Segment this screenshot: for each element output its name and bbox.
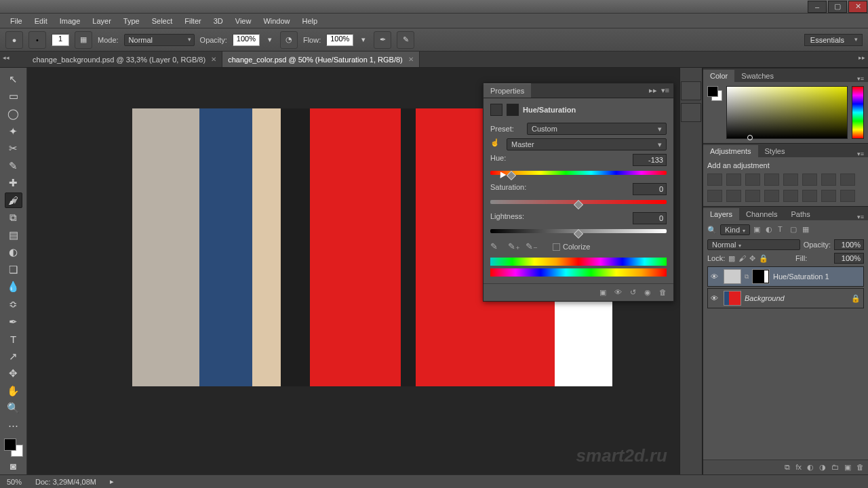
tab-properties[interactable]: Properties <box>484 83 531 98</box>
flow-popup-icon[interactable]: ▾ <box>359 31 368 49</box>
eraser-tool[interactable]: ◐ <box>5 244 22 260</box>
move-tool[interactable]: ↖ <box>5 71 22 87</box>
opacity-popup-icon[interactable]: ▾ <box>265 31 275 49</box>
heal-tool[interactable]: ✚ <box>5 176 22 192</box>
brush-preview-icon[interactable]: • <box>28 31 46 49</box>
close-tab-icon[interactable]: ✕ <box>211 56 216 63</box>
quick-select-tool[interactable]: ✦ <box>5 123 22 140</box>
tab-channels[interactable]: Channels <box>739 208 784 220</box>
fg-swatch[interactable] <box>707 86 718 97</box>
adjustment-thumb[interactable] <box>724 269 741 284</box>
history-brush-tool[interactable]: ▤ <box>5 227 22 243</box>
new-fill-icon[interactable]: ◑ <box>819 463 826 472</box>
menu-3d[interactable]: 3D <box>208 15 229 27</box>
close-tab-icon[interactable]: ✕ <box>408 56 414 63</box>
threshold-icon[interactable] <box>802 190 817 202</box>
curves-icon[interactable] <box>745 174 760 186</box>
pressure-size-icon[interactable]: ✎ <box>397 31 414 49</box>
chanmix-icon[interactable] <box>726 190 741 202</box>
brush-size-input[interactable]: 1 <box>52 34 69 46</box>
filter-adj-icon[interactable]: ◐ <box>766 225 775 235</box>
dodge-tool[interactable]: ≎ <box>5 296 22 312</box>
tab-layers[interactable]: Layers <box>703 208 739 220</box>
colorize-checkbox[interactable] <box>553 243 560 251</box>
vibrance-icon[interactable] <box>783 174 798 186</box>
collapsed-panel-icon[interactable] <box>681 81 701 100</box>
menu-type[interactable]: Type <box>117 15 146 27</box>
path-select-tool[interactable]: ↗ <box>5 348 22 365</box>
tool-preset-icon[interactable]: ● <box>5 31 23 49</box>
brush-panel-toggle-icon[interactable]: ▦ <box>75 31 92 49</box>
clone-tool[interactable]: ⧉ <box>5 209 22 226</box>
menu-edit[interactable]: Edit <box>28 15 54 27</box>
invert-icon[interactable] <box>764 190 779 202</box>
color-swatch-pair[interactable] <box>707 86 722 101</box>
eyedropper-add-icon[interactable]: ✎₊ <box>508 241 519 252</box>
document-tab-2[interactable]: change_color.psd @ 50% (Hue/Saturation 1… <box>222 52 420 67</box>
colorlookup-icon[interactable] <box>745 190 760 202</box>
tab-adjustments[interactable]: Adjustments <box>703 145 758 157</box>
crop-tool[interactable]: ✂ <box>5 140 22 157</box>
brightness-icon[interactable] <box>707 174 722 186</box>
bw-icon[interactable] <box>840 174 855 186</box>
menu-layer[interactable]: Layer <box>86 15 117 27</box>
menu-view[interactable]: View <box>229 15 258 27</box>
trash-icon[interactable]: 🗑 <box>856 463 864 472</box>
close-button[interactable]: ✕ <box>848 1 867 13</box>
clip-to-layer-icon[interactable]: ▣ <box>599 288 606 297</box>
quick-mask-icon[interactable]: ◙ <box>5 458 22 474</box>
layer-row-background[interactable]: 👁 Background 🔒 <box>707 288 864 308</box>
selcolor-icon[interactable] <box>840 190 855 202</box>
doc-info[interactable]: Doc: 3,29M/4,08M <box>35 478 96 486</box>
minimize-button[interactable]: – <box>808 1 827 13</box>
status-arrow-icon[interactable]: ▸ <box>110 477 114 486</box>
menu-select[interactable]: Select <box>146 15 179 27</box>
filter-icon[interactable]: 🔍 <box>707 226 717 235</box>
zoom-level[interactable]: 50% <box>7 478 22 486</box>
tab-styles[interactable]: Styles <box>758 145 792 157</box>
blend-mode-select[interactable]: Normal <box>124 34 195 46</box>
shape-tool[interactable]: ✥ <box>5 366 22 382</box>
properties-panel[interactable]: Properties ▸▸▾≡ Hue/Saturation Preset: C… <box>483 83 674 302</box>
exposure-icon[interactable] <box>764 174 779 186</box>
filter-shape-icon[interactable]: ▢ <box>790 225 800 235</box>
fx-icon[interactable]: fx <box>795 463 802 472</box>
layer-blend-select[interactable]: Normal <box>707 239 800 250</box>
photofilter-icon[interactable] <box>707 190 722 202</box>
targeted-adjust-icon[interactable]: ☝ <box>490 138 502 150</box>
tabs-collapse-right-icon[interactable]: ▸▸ <box>859 54 865 61</box>
eyedropper-tool[interactable]: ✎ <box>5 158 22 174</box>
flow-input[interactable]: 100% <box>326 34 353 46</box>
sv-picker[interactable] <box>726 86 848 139</box>
link-layers-icon[interactable]: ⧉ <box>785 463 790 472</box>
new-layer-icon[interactable]: ▣ <box>844 463 851 472</box>
foreground-color-swatch[interactable] <box>4 439 16 451</box>
view-previous-icon[interactable]: 👁 <box>614 288 622 297</box>
group-icon[interactable]: 🗀 <box>831 463 839 472</box>
blur-tool[interactable]: 💧 <box>5 279 22 296</box>
color-swatches[interactable] <box>4 439 23 458</box>
visibility-icon[interactable]: 👁 <box>711 294 720 302</box>
lock-all-icon[interactable]: 🔒 <box>759 254 768 263</box>
colorbal-icon[interactable] <box>821 174 836 186</box>
tab-paths[interactable]: Paths <box>785 208 817 220</box>
panel-menu-icon[interactable]: ▾≡ <box>661 86 669 95</box>
lock-trans-icon[interactable]: ▩ <box>728 254 735 263</box>
toggle-visibility-icon[interactable]: ◉ <box>644 288 651 297</box>
tab-color[interactable]: Color <box>703 70 734 82</box>
color-range-bar-bottom[interactable] <box>490 268 667 277</box>
hue-value-input[interactable]: -133 <box>633 154 667 166</box>
airbrush-icon[interactable]: ✒ <box>374 31 391 49</box>
range-select[interactable]: Master <box>507 138 667 150</box>
saturation-slider[interactable] <box>490 197 667 207</box>
eyedropper-icon[interactable]: ✎ <box>490 241 501 252</box>
lock-pos-icon[interactable]: ✥ <box>749 254 755 263</box>
lightness-value-input[interactable]: 0 <box>633 212 667 224</box>
zoom-tool[interactable]: 🔍 <box>5 401 22 417</box>
hue-slider[interactable] <box>490 168 667 178</box>
panel-menu-icon[interactable]: ▾≡ <box>853 150 868 157</box>
collapse-icon[interactable]: ▸▸ <box>649 86 657 95</box>
trash-icon[interactable]: 🗑 <box>659 288 667 297</box>
panel-menu-icon[interactable]: ▾≡ <box>853 75 868 82</box>
menu-window[interactable]: Window <box>257 15 296 27</box>
